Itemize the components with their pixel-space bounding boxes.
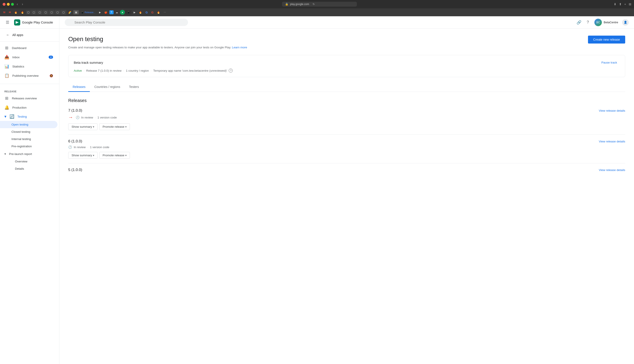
bookmark-release[interactable]: 📱 Release... — [79, 10, 97, 14]
back-button[interactable]: ‹ — [16, 2, 19, 6]
menu-button[interactable]: ☰ — [5, 19, 11, 26]
link-button[interactable]: 🔗 — [575, 18, 583, 26]
bookmark-app[interactable]: ▣ — [73, 10, 79, 14]
promote-7-chevron: ▾ — [125, 125, 127, 128]
search-input[interactable] — [65, 19, 188, 26]
bell-off-icon: 🔕 — [50, 74, 53, 77]
bookmark-phone[interactable]: 📱 — [125, 10, 132, 14]
sidebar-item-open-testing[interactable]: Open testing — [0, 121, 58, 128]
sidebar-item-releases-overview[interactable]: ⊞ Releases overview — [0, 94, 58, 103]
release-6-header: 6 (1.0.0) View release details — [68, 139, 625, 144]
bookmark-play[interactable]: ▶ — [98, 10, 102, 14]
maximize-button[interactable] — [11, 3, 14, 6]
status-active: Active — [74, 69, 82, 72]
help-button[interactable]: ? — [585, 18, 590, 26]
bookmark-color[interactable]: 🌈 — [67, 10, 73, 14]
forward-button[interactable]: › — [21, 2, 24, 6]
browser-nav: ‹ › — [16, 2, 24, 6]
bookmark-m[interactable]: M — [2, 10, 7, 14]
add-tab-icon[interactable]: + — [624, 2, 626, 6]
bookmark-fire4[interactable]: 🔥 — [155, 10, 162, 14]
bookmark-gmail[interactable]: ✉ — [7, 10, 12, 14]
bookmark-more[interactable]: ⋯ — [162, 10, 167, 14]
mac-titlebar: ‹ › 🔒 play.google.com ↻ ⬇ ⬆ + ⊞ — [0, 0, 634, 8]
pause-track-button[interactable]: Pause track — [599, 60, 620, 66]
minimize-button[interactable] — [7, 3, 10, 6]
user-avatar-chip[interactable]: BC BetaCentre — [593, 18, 620, 27]
learn-more-link[interactable]: Learn more — [232, 46, 247, 49]
tab-releases[interactable]: Releases — [68, 82, 90, 92]
pre-launch-expand-icon: ▾ — [5, 152, 6, 156]
bookmark-cloud[interactable]: ☁ — [114, 10, 120, 14]
release-7-actions: Show summary ▾ Promote release ▾ — [68, 123, 625, 130]
user-name: BetaCentre — [604, 21, 618, 24]
sidebar-item-pre-launch-overview[interactable]: Overview — [0, 158, 58, 165]
pre-launch-details-label: Details — [15, 167, 24, 170]
grid-icon[interactable]: ⊞ — [629, 2, 631, 6]
sidebar-item-pre-launch[interactable]: ▾ Pre-launch report — [0, 150, 58, 158]
show-summary-6-button[interactable]: Show summary ▾ — [68, 152, 98, 159]
sidebar-item-publishing[interactable]: 📋 Publishing overview 🔕 — [0, 71, 58, 80]
tab-testers[interactable]: Testers — [125, 82, 143, 92]
show-summary-7-button[interactable]: Show summary ▾ — [68, 123, 98, 130]
bookmark-gh6[interactable]: ⬡ — [55, 10, 60, 15]
release-5-view-details[interactable]: View release details — [599, 168, 625, 172]
bookmark-gh7[interactable]: ⬡ — [61, 10, 66, 15]
bookmark-gh3[interactable]: ⬡ — [37, 10, 43, 15]
bookmark-apple[interactable]: 🍎 — [103, 10, 109, 14]
dashboard-label: Dashboard — [12, 46, 27, 50]
user-avatar: BC — [594, 19, 602, 26]
app-layout: ☰ Google Play Console ← All apps ⊞ Dashb… — [0, 16, 634, 364]
bookmark-fire3[interactable]: 🔥 — [137, 10, 143, 14]
release-6-actions: Show summary ▾ Promote release ▾ — [68, 152, 625, 159]
release-7-status-text: In review — [81, 116, 93, 119]
bookmark-fire1[interactable]: 🔥 — [13, 10, 19, 14]
release-7-view-details[interactable]: View release details — [599, 109, 625, 112]
bookmark-gh4[interactable]: ⬡ — [43, 10, 48, 15]
bookmark-gh1[interactable]: ⬡ — [26, 10, 31, 14]
statistics-label: Statistics — [12, 65, 24, 68]
promote-release-6-button[interactable]: Promote release ▾ — [99, 152, 130, 159]
tab-countries[interactable]: Countries / regions — [90, 82, 125, 92]
secondary-avatar[interactable]: 👤 — [622, 19, 629, 26]
release-6-view-details[interactable]: View release details — [599, 140, 625, 143]
release-item-6: 6 (1.0.0) View release details 🕐 In revi… — [68, 139, 625, 163]
all-apps-button[interactable]: ← All apps — [4, 31, 56, 39]
dot-3: · — [151, 69, 151, 72]
share-icon[interactable]: ⬆ — [619, 2, 622, 6]
bookmark-t[interactable]: T — [109, 10, 114, 14]
download-icon[interactable]: ⬇ — [614, 2, 616, 6]
track-summary-header: Beta track summary Pause track — [74, 60, 620, 66]
release-7-status: → 🕐 In review · 1 version code — [68, 114, 625, 120]
testing-label: Testing — [17, 115, 27, 118]
sidebar-item-statistics[interactable]: 📊 Statistics — [0, 62, 58, 71]
sidebar-item-pre-registration[interactable]: Pre-registration — [0, 143, 58, 150]
bookmark-gh2[interactable]: ⬡ — [31, 10, 37, 15]
bookmark-gh5[interactable]: ⬡ — [49, 10, 54, 15]
sidebar-item-inbox[interactable]: 📥 Inbox 4 — [0, 52, 58, 62]
dot-1: · — [84, 69, 85, 72]
bookmark-google2[interactable]: G — [150, 10, 155, 15]
help-circle-icon[interactable]: ? — [229, 68, 233, 72]
sidebar-item-internal-testing[interactable]: Internal testing — [0, 136, 58, 143]
release-item-7: 7 (1.0.0) View release details → 🕐 In re… — [68, 108, 625, 135]
country-region: 1 country / region — [126, 69, 149, 72]
lock-icon: 🔒 — [285, 3, 288, 6]
bookmark-google[interactable]: G — [144, 10, 149, 15]
reload-icon[interactable]: ↻ — [313, 3, 315, 6]
bookmark-fire2[interactable]: 🔥 — [19, 10, 26, 14]
promote-release-7-button[interactable]: Promote release ▾ — [99, 123, 130, 130]
dot-2: · — [123, 69, 124, 72]
bookmark-play2[interactable]: ▶ — [132, 10, 137, 14]
sidebar-item-closed-testing[interactable]: Closed testing — [0, 128, 58, 136]
close-button[interactable] — [3, 3, 6, 6]
sidebar-item-production[interactable]: 🔔 Production — [0, 103, 58, 112]
secondary-avatar-icon: 👤 — [624, 21, 627, 24]
bookmark-circle[interactable]: ● — [120, 10, 125, 15]
sidebar-item-testing[interactable]: ▾ 🔄 Testing — [0, 112, 58, 121]
create-release-button[interactable]: Create new release — [588, 36, 625, 44]
sidebar-item-pre-launch-details[interactable]: Details — [0, 165, 58, 172]
inbox-icon: 📥 — [5, 55, 9, 60]
release-5-version: 5 (1.0.0) — [68, 168, 82, 172]
sidebar-item-dashboard[interactable]: ⊞ Dashboard — [0, 43, 58, 52]
